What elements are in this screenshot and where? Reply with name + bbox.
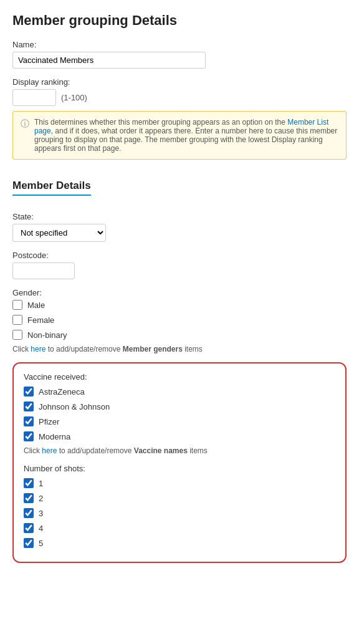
vaccine-received-group: Vaccine received: AstraZeneca Johnson & … bbox=[24, 372, 335, 441]
vaccine-moderna-item: Moderna bbox=[24, 431, 335, 441]
vaccine-hint: Click here to add/update/remove Vaccine … bbox=[24, 446, 335, 455]
info-text-before: This determines whether this member grou… bbox=[34, 118, 287, 127]
gender-hint-end: items bbox=[183, 345, 203, 353]
gender-hint-before: Click bbox=[12, 345, 31, 353]
shot-5-checkbox[interactable] bbox=[24, 538, 34, 548]
vaccine-johnson-item: Johnson & Johnson bbox=[24, 401, 335, 411]
info-text: This determines whether this member grou… bbox=[34, 118, 338, 153]
gender-nonbinary-checkbox[interactable] bbox=[12, 330, 22, 340]
vaccine-astrazeneca-item: AstraZeneca bbox=[24, 387, 335, 396]
info-icon: ⓘ bbox=[21, 118, 29, 130]
state-select[interactable]: Not specified ACT NSW NT QLD SA TAS VIC … bbox=[12, 224, 106, 242]
postcode-label: Postcode: bbox=[12, 251, 347, 260]
member-details-title: Member Details bbox=[12, 180, 91, 196]
ranking-row: (1-100) bbox=[12, 89, 347, 106]
gender-female-label: Female bbox=[27, 315, 54, 325]
shot-2-label: 2 bbox=[39, 494, 43, 503]
shot-4-checkbox[interactable] bbox=[24, 523, 34, 533]
gender-field-group: Gender: Male Female Non-binary Click her… bbox=[12, 288, 347, 353]
vaccine-hint-end: items bbox=[188, 446, 208, 455]
vaccine-hint-bold: Vaccine names bbox=[134, 446, 188, 455]
vaccine-johnson-label: Johnson & Johnson bbox=[39, 402, 110, 411]
state-label: State: bbox=[12, 212, 347, 221]
vaccine-received-label: Vaccine received: bbox=[24, 372, 335, 382]
postcode-input[interactable] bbox=[12, 262, 75, 279]
shot-2-item: 2 bbox=[24, 493, 335, 503]
shot-4-item: 4 bbox=[24, 523, 335, 533]
shot-1-label: 1 bbox=[39, 479, 43, 488]
ranking-field-group: Display ranking: (1-100) ⓘ This determin… bbox=[12, 77, 347, 160]
gender-nonbinary-item: Non-binary bbox=[12, 330, 347, 340]
shots-checkbox-group: 1 2 3 4 5 bbox=[24, 478, 335, 548]
name-field-group: Name: bbox=[12, 40, 347, 69]
ranking-hint: (1-100) bbox=[61, 93, 87, 102]
gender-male-item: Male bbox=[12, 300, 347, 310]
name-label: Name: bbox=[12, 40, 347, 49]
shot-4-label: 4 bbox=[39, 524, 43, 533]
shots-group: Number of shots: 1 2 3 4 bbox=[24, 464, 335, 548]
gender-hint: Click here to add/update/remove Member g… bbox=[12, 345, 347, 353]
page-container: Member grouping Details Name: Display ra… bbox=[0, 0, 359, 644]
gender-female-item: Female bbox=[12, 315, 347, 325]
state-field-group: State: Not specified ACT NSW NT QLD SA T… bbox=[12, 212, 347, 242]
gender-hint-link[interactable]: here bbox=[31, 345, 45, 353]
gender-label: Gender: bbox=[12, 288, 347, 297]
vaccine-hint-link[interactable]: here bbox=[42, 446, 57, 455]
vaccine-moderna-checkbox[interactable] bbox=[24, 431, 34, 441]
info-box: ⓘ This determines whether this member gr… bbox=[12, 111, 347, 160]
shot-5-label: 5 bbox=[39, 539, 43, 548]
page-title: Member grouping Details bbox=[12, 12, 347, 29]
gender-female-checkbox[interactable] bbox=[12, 315, 22, 325]
vaccine-pfizer-label: Pfizer bbox=[39, 417, 59, 426]
vaccine-pfizer-checkbox[interactable] bbox=[24, 416, 34, 426]
vaccine-hint-before: Click bbox=[24, 446, 42, 455]
shot-1-checkbox[interactable] bbox=[24, 478, 34, 488]
gender-hint-bold: Member genders bbox=[123, 345, 183, 353]
shot-1-item: 1 bbox=[24, 478, 335, 488]
gender-nonbinary-label: Non-binary bbox=[27, 330, 67, 340]
vaccine-hint-after: to add/update/remove bbox=[57, 446, 133, 455]
shot-3-checkbox[interactable] bbox=[24, 508, 34, 518]
shot-3-item: 3 bbox=[24, 508, 335, 518]
vaccine-pfizer-item: Pfizer bbox=[24, 416, 335, 426]
name-input[interactable] bbox=[12, 52, 206, 69]
vaccine-astrazeneca-label: AstraZeneca bbox=[39, 387, 85, 396]
vaccine-johnson-checkbox[interactable] bbox=[24, 401, 34, 411]
shots-label: Number of shots: bbox=[24, 464, 335, 473]
shot-2-checkbox[interactable] bbox=[24, 493, 34, 503]
vaccine-moderna-label: Moderna bbox=[39, 432, 70, 441]
gender-male-label: Male bbox=[27, 300, 45, 310]
shot-3-label: 3 bbox=[39, 509, 43, 518]
postcode-field-group: Postcode: bbox=[12, 251, 347, 279]
gender-checkbox-group: Male Female Non-binary bbox=[12, 300, 347, 340]
vaccine-checkbox-group: AstraZeneca Johnson & Johnson Pfizer Mod… bbox=[24, 387, 335, 441]
ranking-input[interactable] bbox=[12, 89, 56, 106]
ranking-label: Display ranking: bbox=[12, 77, 347, 87]
info-text-after: , and if it does, what order it appears … bbox=[34, 127, 337, 153]
gender-hint-after: to add/update/remove bbox=[45, 345, 122, 353]
gender-male-checkbox[interactable] bbox=[12, 300, 22, 310]
vaccine-section: Vaccine received: AstraZeneca Johnson & … bbox=[12, 362, 347, 563]
member-details-section: Member Details State: Not specified ACT … bbox=[12, 168, 347, 353]
shot-5-item: 5 bbox=[24, 538, 335, 548]
vaccine-astrazeneca-checkbox[interactable] bbox=[24, 387, 34, 396]
